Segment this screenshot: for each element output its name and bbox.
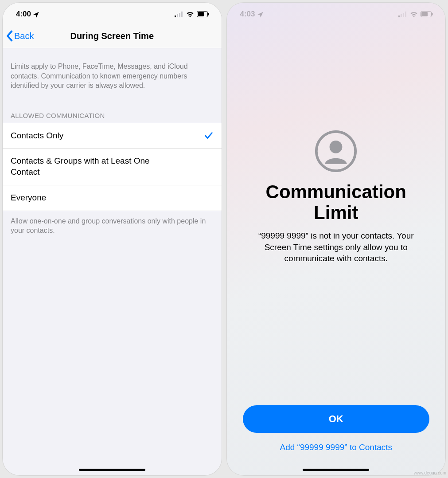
back-label: Back	[14, 31, 34, 41]
svg-rect-5	[198, 12, 204, 16]
status-time: 4:00	[16, 10, 31, 19]
ok-button[interactable]: OK	[243, 405, 430, 433]
option-label: Contacts Only	[11, 130, 63, 141]
svg-rect-8	[401, 14, 402, 17]
screen-left-settings: 4:00 Back During Screen Time Limits a	[3, 3, 222, 475]
limit-modal-content: Communication Limit “99999 9999” is not …	[227, 26, 446, 475]
svg-rect-6	[208, 13, 209, 16]
wifi-icon	[410, 11, 418, 17]
section-footer-text: Allow one-on-one and group conversations…	[3, 211, 222, 241]
home-indicator[interactable]	[79, 469, 145, 471]
home-indicator[interactable]	[303, 469, 369, 471]
svg-rect-13	[432, 13, 433, 16]
option-contacts-and-groups[interactable]: Contacts & Groups with at Least One Cont…	[3, 149, 222, 185]
intro-text: Limits apply to Phone, FaceTime, Message…	[3, 48, 222, 99]
option-label: Contacts & Groups with at Least One Cont…	[11, 156, 163, 177]
chevron-left-icon	[5, 30, 13, 42]
option-everyone[interactable]: Everyone	[3, 185, 222, 211]
svg-rect-10	[405, 12, 406, 17]
status-icons	[175, 11, 209, 17]
svg-point-15	[330, 141, 343, 153]
location-arrow-icon	[33, 11, 39, 18]
status-bar: 4:00	[3, 3, 222, 26]
add-to-contacts-link[interactable]: Add “99999 9999” to Contacts	[280, 443, 392, 452]
cellular-signal-icon	[175, 12, 183, 17]
nav-bar: Back During Screen Time	[3, 26, 222, 48]
checkmark-icon	[204, 131, 214, 141]
svg-rect-9	[403, 13, 404, 17]
svg-rect-2	[179, 13, 180, 17]
svg-rect-7	[398, 16, 400, 17]
svg-rect-0	[175, 16, 176, 17]
screen-right-communication-limit: 4:03 Communication Limit “9	[227, 3, 446, 475]
section-header-allowed: ALLOWED COMMUNICATION	[3, 99, 222, 123]
svg-rect-12	[421, 12, 428, 16]
status-time: 4:03	[240, 10, 255, 19]
back-button[interactable]: Back	[5, 30, 34, 42]
battery-icon	[421, 11, 433, 17]
status-bar: 4:03	[227, 3, 446, 26]
limit-title: Communication Limit	[243, 181, 430, 223]
status-time-group: 4:03	[240, 10, 264, 19]
limit-description: “99999 9999” is not in your contacts. Yo…	[252, 230, 420, 264]
wifi-icon	[186, 11, 194, 17]
option-contacts-only[interactable]: Contacts Only	[3, 123, 222, 149]
avatar-placeholder-icon	[315, 130, 357, 172]
page-title: During Screen Time	[3, 31, 222, 41]
status-icons	[398, 11, 433, 17]
battery-icon	[197, 11, 209, 17]
svg-rect-3	[181, 12, 183, 17]
watermark-text: www.deuaq.com	[414, 470, 446, 475]
allowed-communication-list: Contacts Only Contacts & Groups with at …	[3, 123, 222, 211]
status-time-group: 4:00	[16, 10, 39, 19]
option-label: Everyone	[11, 192, 46, 204]
cellular-signal-icon	[398, 12, 407, 17]
location-arrow-icon	[257, 11, 264, 18]
svg-rect-1	[177, 14, 178, 17]
